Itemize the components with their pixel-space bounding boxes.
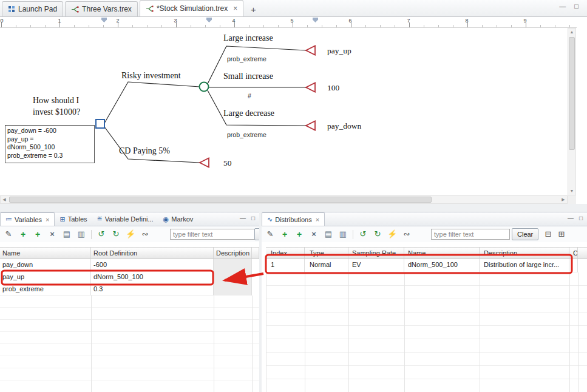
distributions-clear-button[interactable]: Clear xyxy=(512,228,538,240)
ruler-marker-icon[interactable] xyxy=(313,18,318,22)
ruler-marker-icon[interactable] xyxy=(101,18,107,22)
branch-label-cd[interactable]: CD Paying 5% xyxy=(119,146,170,156)
delete-icon[interactable]: × xyxy=(309,229,319,239)
tab-variables[interactable]: ≔ Variables × xyxy=(0,212,55,226)
cell-root-definition[interactable]: -600 xyxy=(91,259,214,271)
horizontal-scroll-thumb[interactable] xyxy=(9,197,432,203)
tab-launch-pad[interactable]: Launch Pad xyxy=(2,1,63,16)
table-row[interactable]: pay_down -600 xyxy=(0,259,259,271)
cell-name[interactable]: pay_down xyxy=(0,259,91,271)
collapse-all-icon[interactable]: ⊟ xyxy=(543,229,553,239)
cell-description[interactable]: Distribution of large incr... xyxy=(480,259,569,272)
cell-root-definition[interactable]: dNorm_500_100 xyxy=(91,271,214,283)
paste-icon[interactable]: ▥ xyxy=(338,229,348,239)
close-icon[interactable]: × xyxy=(46,216,49,223)
variables-definition-box[interactable]: pay_down = -600 pay_up = dNorm_500_100 p… xyxy=(5,125,95,163)
payoff-label[interactable]: pay_up xyxy=(327,46,351,56)
scroll-down-icon[interactable]: ▼ xyxy=(568,188,575,195)
variables-table[interactable]: pay_down -600 pay_up dNorm_500_100 prob_… xyxy=(0,259,259,392)
import-icon[interactable]: ↺ xyxy=(358,229,368,239)
probability-label[interactable]: # xyxy=(248,92,251,100)
ruler-marker-icon[interactable] xyxy=(206,18,212,22)
horizontal-scrollbar[interactable]: ◀ ▶ xyxy=(0,195,568,204)
add-icon[interactable]: + xyxy=(18,229,28,239)
decision-node[interactable] xyxy=(96,120,104,128)
table-row[interactable]: prob_extreme 0.3 xyxy=(0,283,259,296)
minimize-icon[interactable]: — xyxy=(240,215,246,221)
branch-label-large-decrease[interactable]: Large decrease xyxy=(223,109,274,118)
terminal-node-large-decrease[interactable] xyxy=(306,121,315,130)
scroll-left-icon[interactable]: ◀ xyxy=(1,196,8,203)
export-icon[interactable]: ↻ xyxy=(373,229,382,239)
scroll-right-icon[interactable]: ▶ xyxy=(560,196,567,203)
vertical-scroll-thumb[interactable] xyxy=(569,37,575,150)
payoff-label[interactable]: 50 xyxy=(223,158,232,168)
copy-icon[interactable]: ▤ xyxy=(62,229,72,239)
column-header-name[interactable]: Name xyxy=(404,248,480,259)
paste-icon[interactable]: ▥ xyxy=(76,229,86,239)
table-row-pay-up[interactable]: pay_up dNorm_500_100 xyxy=(0,271,259,283)
minimize-icon[interactable]: — xyxy=(559,2,566,10)
tab-tables[interactable]: ⊞ Tables xyxy=(55,212,92,226)
cell-description[interactable] xyxy=(214,271,252,283)
tab-markov[interactable]: ◉ Markov xyxy=(158,212,198,226)
variables-filter-input[interactable] xyxy=(170,229,256,240)
cell-name[interactable]: pay_up xyxy=(0,271,91,283)
cell-name[interactable]: prob_extreme xyxy=(0,283,91,296)
column-header-type[interactable]: Type xyxy=(305,248,348,259)
probability-label[interactable]: prob_extreme xyxy=(227,131,266,138)
maximize-icon[interactable]: □ xyxy=(251,215,255,221)
minimize-icon[interactable]: — xyxy=(568,215,574,221)
flash-icon[interactable]: ⚡ xyxy=(387,229,397,239)
flash-icon[interactable]: ⚡ xyxy=(126,229,135,239)
tab-distributions[interactable]: ∿ Distributions × xyxy=(262,212,325,226)
column-header-index[interactable]: Index xyxy=(266,248,305,259)
distributions-filter-input[interactable] xyxy=(431,229,510,240)
tab-stock-simulation[interactable]: *Stock Simulation.trex × xyxy=(140,0,243,16)
cell-root-definition[interactable]: 0.3 xyxy=(91,283,214,296)
branch-label-large-increase[interactable]: Large increase xyxy=(223,33,273,43)
cell-index[interactable]: 1 xyxy=(266,259,305,272)
root-node-label[interactable]: How should I xyxy=(33,96,79,106)
close-icon[interactable]: × xyxy=(316,216,319,223)
column-header-description[interactable]: Description xyxy=(480,248,569,259)
close-tab-icon[interactable]: × xyxy=(233,4,237,13)
horizontal-sash[interactable] xyxy=(0,204,587,212)
root-node-label[interactable]: invest $1000? xyxy=(33,107,80,117)
distributions-table[interactable]: 1 Normal EV dNorm_500_100 Distribution o… xyxy=(266,259,587,392)
column-header-description[interactable]: Description xyxy=(214,248,252,259)
cell-name[interactable]: dNorm_500_100 xyxy=(404,259,480,272)
scroll-up-icon[interactable]: ▲ xyxy=(568,29,575,36)
column-header-category[interactable]: Ca xyxy=(569,248,578,259)
expand-all-icon[interactable]: ⊞ xyxy=(557,229,566,239)
tab-variable-definitions[interactable]: ≝ Variable Defini... xyxy=(92,212,158,226)
add-icon[interactable]: + xyxy=(280,229,290,239)
maximize-icon[interactable]: □ xyxy=(574,2,579,10)
link-icon[interactable]: ∾ xyxy=(140,229,150,239)
export-icon[interactable]: ↻ xyxy=(111,229,121,239)
edit-icon[interactable]: ✎ xyxy=(4,229,13,239)
new-tab-button[interactable]: + xyxy=(247,3,259,16)
vertical-scrollbar[interactable]: ▲ ▼ xyxy=(568,28,576,195)
link-icon[interactable]: ∾ xyxy=(402,229,412,239)
cell-description[interactable] xyxy=(214,259,252,271)
tree-canvas[interactable]: How should I invest $1000? pay_down = -6… xyxy=(0,28,568,195)
cell-category[interactable] xyxy=(569,259,578,272)
branch-label-small-increase[interactable]: Small increase xyxy=(223,72,273,81)
cell-description[interactable] xyxy=(214,283,252,296)
terminal-node-cd[interactable] xyxy=(200,158,209,167)
column-header-root-definition[interactable]: Root Definition xyxy=(91,248,214,259)
terminal-node-small-increase[interactable] xyxy=(306,83,315,92)
column-header-sampling-rate[interactable]: Sampling Rate xyxy=(348,248,404,259)
terminal-node-large-increase[interactable] xyxy=(306,46,315,55)
table-row-distribution-1[interactable]: 1 Normal EV dNorm_500_100 Distribution o… xyxy=(266,259,587,272)
chance-node[interactable] xyxy=(200,83,209,92)
payoff-label[interactable]: 100 xyxy=(327,83,339,93)
variables-clear-button[interactable]: Clear xyxy=(254,228,259,240)
payoff-label[interactable]: pay_down xyxy=(327,121,361,131)
maximize-icon[interactable]: □ xyxy=(579,215,583,221)
import-icon[interactable]: ↺ xyxy=(97,229,106,239)
column-header-name[interactable]: Name xyxy=(0,248,91,259)
cell-type[interactable]: Normal xyxy=(305,259,348,272)
probability-label[interactable]: prob_extreme xyxy=(227,55,266,63)
